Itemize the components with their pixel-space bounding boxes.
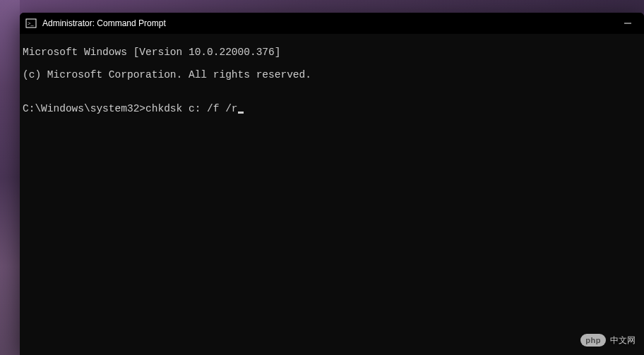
terminal-output[interactable]: Microsoft Windows [Version 10.0.22000.37… (20, 34, 644, 355)
prompt-text: C:\Windows\system32> (23, 103, 145, 114)
window-title: Administrator: Command Prompt (42, 18, 612, 28)
cursor (238, 112, 244, 114)
cmd-icon: >_ (25, 18, 37, 29)
command-text: chkdsk c: /f /r (145, 103, 238, 114)
prompt-line: C:\Windows\system32>chkdsk c: /f /r (23, 103, 641, 114)
watermark-text: 中文网 (610, 335, 636, 347)
version-line: Microsoft Windows [Version 10.0.22000.37… (23, 47, 641, 58)
copyright-line: (c) Microsoft Corporation. All rights re… (23, 69, 641, 80)
watermark: php 中文网 (580, 334, 636, 347)
minimize-button[interactable] (612, 13, 644, 34)
command-prompt-window: >_ Administrator: Command Prompt Microso… (20, 13, 644, 355)
window-controls (612, 13, 644, 34)
svg-text:>_: >_ (28, 20, 35, 27)
watermark-badge: php (580, 334, 606, 347)
titlebar[interactable]: >_ Administrator: Command Prompt (20, 13, 644, 34)
desktop-background-strip (0, 0, 20, 355)
